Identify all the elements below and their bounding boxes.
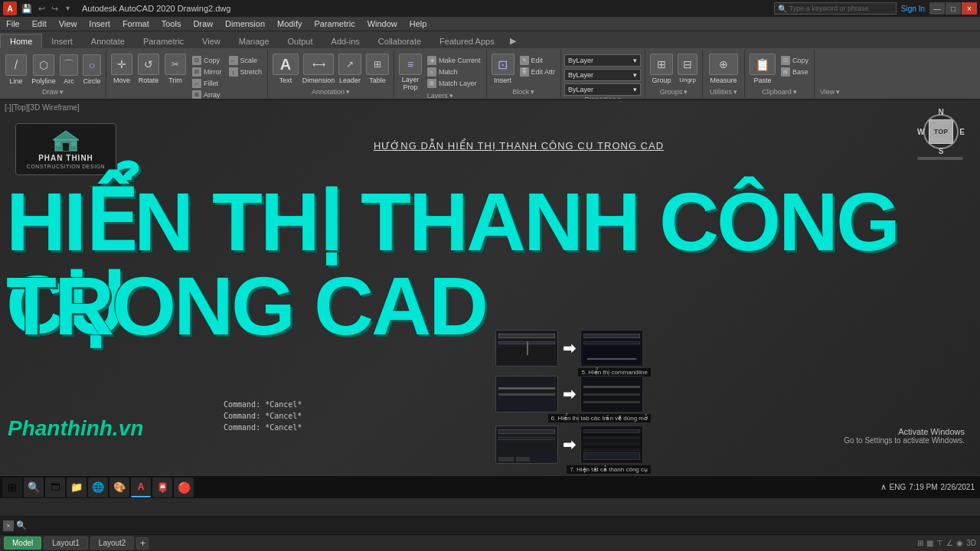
clipboard-base-btn[interactable]: ⊞ Base (779, 67, 811, 77)
tab-view[interactable]: View (193, 34, 230, 48)
block-section-label[interactable]: Block ▾ (512, 88, 534, 96)
minimize-btn[interactable]: — (929, 2, 945, 15)
3d-icon[interactable]: 3D (966, 539, 976, 547)
tab-addins[interactable]: Add-ins (322, 34, 369, 48)
taskbar-browser[interactable]: 🌐 (88, 478, 108, 497)
block-insert-btn[interactable]: ⊡ Insert (490, 54, 516, 84)
maximize-btn[interactable]: □ (946, 2, 961, 15)
osnap-icon[interactable]: ◉ (956, 539, 963, 547)
tab-insert[interactable]: Insert (42, 34, 82, 48)
taskbar-sys: ∧ ENG 7:19 PM 2/26/2021 (880, 482, 978, 492)
modify-trim-btn[interactable]: ✂ Trim (163, 54, 188, 84)
tab-manage[interactable]: Manage (230, 34, 279, 48)
paste-btn[interactable]: 📋 Paste (748, 54, 777, 84)
tab-model[interactable]: Model (4, 536, 41, 549)
clipboard-copy-btn[interactable]: ⊡ Copy (779, 55, 811, 66)
modify-rotate-btn[interactable]: ↺ Rotate (136, 54, 161, 84)
cmd-x-btn[interactable]: × (3, 520, 14, 531)
tab-annotate[interactable]: Annotate (82, 34, 134, 48)
menu-draw[interactable]: Draw (187, 18, 219, 30)
taskbar-files[interactable]: 📁 (67, 478, 87, 497)
tab-layout1[interactable]: Layout1 (44, 536, 88, 549)
draw-circle-btn[interactable]: ○ Circle (81, 54, 103, 85)
taskbar-record[interactable]: 🔴 (174, 478, 194, 497)
annotation-section-label[interactable]: Annotation ▾ (312, 88, 350, 96)
polar-icon[interactable]: ∠ (946, 539, 953, 547)
color-dropdown[interactable]: ByLayer▾ (564, 69, 641, 81)
clipboard-section-label[interactable]: Clipboard ▾ (762, 88, 797, 96)
tutorial-card-6a (495, 376, 558, 412)
draw-section-label[interactable]: Draw ▾ (42, 88, 64, 96)
menu-format[interactable]: Format (116, 18, 155, 30)
menu-file[interactable]: File (0, 18, 26, 30)
copy-btn[interactable]: ⊡ Copy (190, 55, 224, 66)
block-edit-attr-btn[interactable]: ≣ Edit Attr (518, 67, 558, 77)
sign-in-link[interactable]: Sign In (901, 5, 925, 13)
tab-layout2[interactable]: Layout2 (90, 536, 135, 549)
mirror-btn[interactable]: ⊟ Mirror (190, 67, 224, 77)
ribbon-section-clipboard: 📋 Paste ⊡ Copy ⊞ Base Clipboard ▾ (745, 50, 815, 97)
tab-parametric[interactable]: Parametric (134, 34, 193, 48)
quick-extra[interactable]: ▼ (63, 5, 73, 12)
draw-line-btn[interactable]: / Line (3, 54, 29, 85)
menu-tools[interactable]: Tools (155, 18, 188, 30)
draw-polyline-btn[interactable]: ⬡ Polyline (31, 54, 57, 85)
layer-properties-dropdown[interactable]: ByLayer▾ (564, 54, 641, 67)
ungroup-btn[interactable]: ⊟ Ungrp (676, 54, 699, 83)
view-section-label[interactable]: View ▾ (820, 88, 840, 96)
menu-dimension[interactable]: Dimension (219, 18, 271, 30)
utilities-section-label[interactable]: Utilities ▾ (710, 88, 737, 96)
array-btn[interactable]: ⊞ Array (190, 90, 224, 100)
ortho-icon[interactable]: ⊤ (936, 539, 943, 547)
close-btn[interactable]: × (962, 2, 977, 15)
tutorial-step7-label: 7. Hiện tất cả thanh công cụ (567, 465, 651, 474)
quick-save[interactable]: 💾 (20, 4, 34, 14)
annotation-dim-btn[interactable]: ⟷ Dimension (302, 54, 335, 84)
menu-help[interactable]: Help (403, 18, 433, 30)
sys-arrow-up[interactable]: ∧ (880, 482, 887, 492)
group-btn[interactable]: ⊞ Group (648, 54, 675, 84)
scale-btn[interactable]: ↔ Scale (227, 55, 265, 66)
layer-match-properties-btn[interactable]: ⊠ Match Layer (425, 78, 483, 89)
menu-edit[interactable]: Edit (26, 18, 53, 30)
block-edit-btn[interactable]: ✎ Edit (518, 55, 558, 66)
annotation-table-btn[interactable]: ⊞ Table (364, 54, 390, 84)
quick-undo[interactable]: ↩ (37, 4, 47, 14)
tab-featured[interactable]: Featured Apps (430, 34, 504, 48)
layer-properties-btn[interactable]: ≡ Layer Prop (397, 54, 423, 92)
tab-output[interactable]: Output (279, 34, 322, 48)
layers-section-label[interactable]: Layers ▾ (427, 92, 453, 99)
menu-window[interactable]: Window (361, 18, 403, 30)
grid-icon[interactable]: ▦ (926, 539, 933, 547)
command-input[interactable] (29, 521, 977, 530)
stretch-btn[interactable]: ↕ Stretch (227, 67, 265, 77)
tab-extra[interactable]: ▶ (504, 34, 522, 48)
annotation-leader-btn[interactable]: ↗ Leader (337, 54, 363, 84)
tab-collaborate[interactable]: Collaborate (369, 34, 430, 48)
quick-redo[interactable]: ↪ (50, 4, 60, 14)
make-current-btn[interactable]: ◈ Make Current (425, 55, 483, 66)
tab-home[interactable]: Home (0, 34, 42, 48)
menu-view[interactable]: View (53, 18, 83, 30)
taskbar-mail[interactable]: 📮 (152, 478, 172, 497)
app-icon[interactable]: A (3, 2, 17, 15)
snap-icon[interactable]: ⊞ (917, 539, 923, 547)
measure-btn[interactable]: ⊕ Measure (707, 54, 740, 84)
taskbar-ps[interactable]: 🎨 (109, 478, 129, 497)
menu-modify[interactable]: Modify (271, 18, 308, 30)
annotation-text-btn[interactable]: A Text (271, 54, 300, 84)
fillet-btn[interactable]: ⌐ Fillet (190, 78, 224, 89)
start-btn[interactable]: ⊞ (2, 478, 22, 497)
taskbar-autocad[interactable]: A (131, 478, 151, 497)
menu-parametric[interactable]: Parametric (308, 18, 361, 30)
groups-section-label[interactable]: Groups ▾ (660, 88, 688, 96)
linetype-dropdown[interactable]: ByLayer▾ (564, 83, 641, 96)
add-layout-btn[interactable]: + (136, 537, 149, 549)
modify-move-btn[interactable]: ✛ Move (109, 54, 134, 84)
draw-arc-btn[interactable]: ⌒ Arc (58, 54, 80, 85)
menu-insert[interactable]: Insert (83, 18, 116, 30)
taskbar-search[interactable]: 🔍 (24, 478, 44, 497)
search-box[interactable]: 🔍 Type a keyword or phrase (774, 2, 897, 15)
layer-match-btn[interactable]: ≈ Match (425, 67, 483, 77)
taskbar-task-view[interactable]: 🗔 (45, 478, 65, 497)
